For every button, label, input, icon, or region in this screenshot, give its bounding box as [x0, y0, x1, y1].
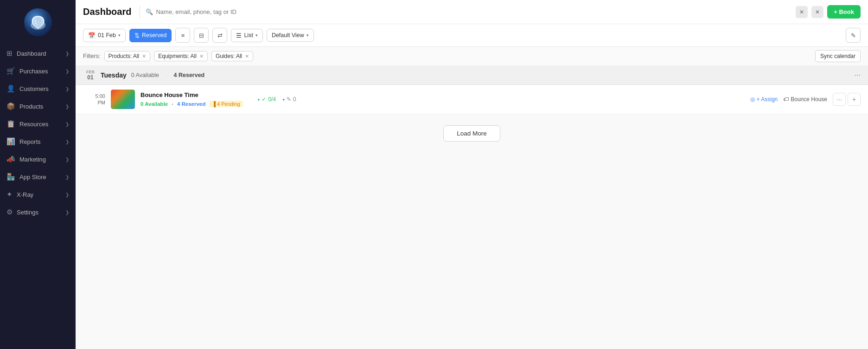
search-input[interactable] [156, 8, 790, 15]
customize-icon: ✎ [851, 32, 856, 39]
sidebar-item-customers[interactable]: 👤 Customers ❯ [0, 80, 76, 97]
sidebar-item-marketing[interactable]: 📣 Marketing ❯ [0, 150, 76, 168]
load-more-section: Load More [76, 114, 868, 153]
sync-label: Sync calendar [820, 53, 855, 59]
booking-middle: ● ✓ 0/4 ● ✎ 0 [258, 96, 296, 103]
day-header: Feb 01 Tuesday 0 Available · 4 Reserved … [76, 66, 868, 85]
chevron-icon: ❯ [65, 174, 69, 180]
booking-row: 5:00 PM Bounce House Time 0 Available · … [76, 85, 868, 114]
header-divider [140, 6, 140, 19]
date-label: 01 Feb [98, 32, 116, 39]
search-box[interactable]: 🔍 [146, 8, 790, 15]
sidebar-item-resources[interactable]: 📋 Resources ❯ [0, 115, 76, 133]
chevron-icon: ❯ [65, 192, 69, 197]
sidebar-label-x-ray: X-Ray [17, 191, 33, 198]
chevron-icon: ❯ [65, 51, 69, 56]
guides-filter[interactable]: Guides: All ✕ [211, 51, 253, 61]
header: Dashboard 🔍 ✕ ✕ + Book [76, 0, 868, 24]
assign-circle-icon: ◎ [750, 96, 755, 103]
date-button[interactable]: 📅 01 Feb ▾ [83, 29, 126, 42]
edit-icon: ✎ [287, 96, 291, 103]
booking-time: 5:00 PM [83, 93, 105, 106]
search-icon: 🔍 [146, 8, 153, 15]
chevron-icon: ❯ [65, 210, 69, 215]
sort-button[interactable]: ≡ [175, 28, 190, 43]
tag-icon: 🏷 [783, 96, 789, 103]
reserved-button[interactable]: ⇅ Reserved [129, 29, 172, 42]
edit-dot: ● [282, 97, 285, 102]
sidebar-item-x-ray[interactable]: ✦ X-Ray ❯ [0, 186, 76, 203]
columns-button[interactable]: ⇄ [212, 28, 227, 43]
sidebar-label-settings: Settings [17, 209, 38, 216]
edit-count: 0 [293, 96, 296, 103]
close-x2-button[interactable]: ✕ [811, 6, 823, 18]
book-label: + Book [834, 8, 854, 15]
sort-icon: ≡ [181, 32, 185, 39]
content-area: Feb 01 Tuesday 0 Available · 4 Reserved … [76, 66, 868, 349]
filters-label: Filters: [83, 53, 101, 59]
equipments-filter[interactable]: Equipments: All ✕ [154, 51, 208, 61]
sidebar-item-app-store[interactable]: 🏪 App Store ❯ [0, 168, 76, 186]
booking-right: ◎ + Assign 🏷 Bounce House ··· + [750, 93, 861, 106]
sync-calendar-button[interactable]: Sync calendar [815, 50, 861, 62]
booking-status-row: 0 Available · 4 Reserved ▐ 4 Pending [140, 100, 243, 107]
booking-category-tag: 🏷 Bounce House [783, 96, 827, 103]
header-right: ✕ ✕ + Book [796, 5, 861, 19]
guides-filter-close[interactable]: ✕ [245, 53, 249, 59]
sidebar-label-customers: Customers [19, 85, 49, 92]
equipments-filter-close[interactable]: ✕ [199, 53, 204, 59]
chevron-icon: ❯ [65, 69, 69, 74]
app-store-icon: 🏪 [6, 173, 15, 181]
chevron-icon: ❯ [65, 139, 69, 144]
sidebar-item-dashboard[interactable]: ⊞ Dashboard ❯ [0, 45, 76, 62]
booking-edit: ● ✎ 0 [282, 96, 296, 103]
sidebar-label-marketing: Marketing [19, 156, 46, 163]
check-icon: ✓ [262, 96, 266, 103]
sidebar-item-products[interactable]: 📦 Products ❯ [0, 97, 76, 115]
sidebar-item-purchases[interactable]: 🛒 Purchases ❯ [0, 62, 76, 80]
booking-reserved: 4 Reserved [177, 101, 205, 107]
load-more-button[interactable]: Load More [443, 125, 500, 142]
filters-bar: Filters: Products: All ✕ Equipments: All… [76, 47, 868, 66]
date-chevron-icon: ▾ [118, 33, 121, 38]
sidebar-label-reports: Reports [19, 138, 41, 145]
filter-icon: ⇅ [134, 32, 140, 39]
booking-available: 0 Available [140, 101, 168, 107]
stats-dot: · [166, 72, 167, 78]
customize-button[interactable]: ✎ [846, 28, 861, 43]
calendar-icon: 📅 [88, 32, 96, 39]
list-label: List [244, 32, 253, 39]
sidebar-label-purchases: Purchases [19, 68, 48, 75]
view-button[interactable]: Default View ▾ [267, 29, 314, 42]
sidebar-item-settings[interactable]: ⚙ Settings ❯ [0, 203, 76, 221]
sidebar-label-resources: Resources [19, 121, 48, 128]
sidebar-label-app-store: App Store [19, 174, 46, 181]
close-x-button[interactable]: ✕ [796, 6, 808, 18]
list-icon: ☰ [236, 32, 242, 39]
products-filter-close[interactable]: ✕ [142, 53, 146, 59]
products-filter[interactable]: Products: All ✕ [104, 51, 151, 61]
pending-label: 4 Pending [217, 101, 240, 107]
sidebar-item-reports[interactable]: 📊 Reports ❯ [0, 133, 76, 150]
booking-actions: ··· + [833, 93, 861, 106]
chevron-icon: ❯ [65, 86, 69, 91]
booking-more-button[interactable]: ··· [833, 93, 846, 106]
settings-icon: ⚙ [6, 208, 13, 216]
xray-icon: ✦ [6, 190, 13, 199]
load-more-label: Load More [457, 130, 487, 137]
booking-add-button[interactable]: + [848, 93, 861, 106]
sidebar-label-products: Products [19, 103, 43, 110]
equipments-filter-label: Equipments: All [158, 53, 197, 59]
day-header-right: ··· [855, 71, 861, 79]
filter-button[interactable]: ⊟ [194, 28, 209, 43]
day-more-button[interactable]: ··· [855, 71, 861, 79]
assign-button[interactable]: ◎ + Assign [750, 96, 778, 103]
book-button[interactable]: + Book [827, 5, 861, 19]
list-button[interactable]: ☰ List ▾ [231, 29, 262, 42]
guides-filter-label: Guides: All [216, 53, 242, 59]
booking-pending: ▐ 4 Pending [209, 101, 243, 107]
view-label: Default View [272, 32, 304, 39]
chevron-icon: ❯ [65, 157, 69, 162]
day-num: 01 [87, 74, 93, 81]
day-reserved: 4 Reserved [174, 72, 205, 78]
